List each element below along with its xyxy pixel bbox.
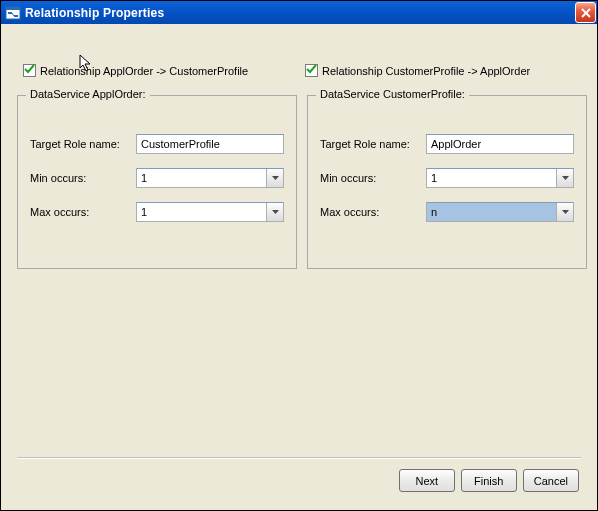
checkmark-icon <box>24 64 35 77</box>
checkbox-box-icon <box>23 64 36 77</box>
combo-value: 1 <box>137 203 266 221</box>
chevron-down-icon[interactable] <box>266 203 283 221</box>
client-area: Relationship ApplOrder -> CustomerProfil… <box>1 24 597 510</box>
panel-customerprofile-legend: DataService CustomerProfile: <box>316 88 469 100</box>
relationship-right-checkbox[interactable]: Relationship CustomerProfile -> ApplOrde… <box>305 64 530 77</box>
separator <box>17 457 581 459</box>
chevron-down-icon[interactable] <box>266 169 283 187</box>
panel-applorder: DataService ApplOrder: Target Role name:… <box>17 95 297 269</box>
min-occurs-combo-right[interactable]: 1 <box>426 168 574 188</box>
svg-rect-1 <box>6 7 20 10</box>
checkbox-box-icon <box>305 64 318 77</box>
target-role-input-right[interactable] <box>426 134 574 154</box>
button-row: Next Finish Cancel <box>17 469 581 494</box>
app-icon <box>5 5 21 21</box>
relationship-left-checkbox[interactable]: Relationship ApplOrder -> CustomerProfil… <box>23 64 248 77</box>
title-bar: Relationship Properties <box>1 1 597 24</box>
max-occurs-combo-right[interactable]: n <box>426 202 574 222</box>
max-occurs-combo-left[interactable]: 1 <box>136 202 284 222</box>
window-title: Relationship Properties <box>25 6 164 20</box>
max-occurs-label-right: Max occurs: <box>320 206 426 218</box>
target-role-input-left[interactable] <box>136 134 284 154</box>
checkbox-row: Relationship ApplOrder -> CustomerProfil… <box>17 64 581 77</box>
combo-value: n <box>427 203 556 221</box>
finish-button[interactable]: Finish <box>461 469 517 492</box>
combo-value: 1 <box>137 169 266 187</box>
chevron-down-icon[interactable] <box>556 169 573 187</box>
panels-row: DataService ApplOrder: Target Role name:… <box>17 95 581 269</box>
svg-rect-2 <box>8 12 12 14</box>
panel-customerprofile: DataService CustomerProfile: Target Role… <box>307 95 587 269</box>
panel-applorder-legend: DataService ApplOrder: <box>26 88 150 100</box>
target-role-label-left: Target Role name: <box>30 138 136 150</box>
relationship-right-label: Relationship CustomerProfile -> ApplOrde… <box>322 65 530 77</box>
combo-value: 1 <box>427 169 556 187</box>
min-occurs-combo-left[interactable]: 1 <box>136 168 284 188</box>
close-button[interactable] <box>575 2 596 23</box>
next-button[interactable]: Next <box>399 469 455 492</box>
chevron-down-icon[interactable] <box>556 203 573 221</box>
max-occurs-label-left: Max occurs: <box>30 206 136 218</box>
min-occurs-label-left: Min occurs: <box>30 172 136 184</box>
cancel-button[interactable]: Cancel <box>523 469 579 492</box>
target-role-label-right: Target Role name: <box>320 138 426 150</box>
min-occurs-label-right: Min occurs: <box>320 172 426 184</box>
relationship-left-label: Relationship ApplOrder -> CustomerProfil… <box>40 65 248 77</box>
svg-rect-3 <box>14 15 18 17</box>
checkmark-icon <box>306 64 317 77</box>
